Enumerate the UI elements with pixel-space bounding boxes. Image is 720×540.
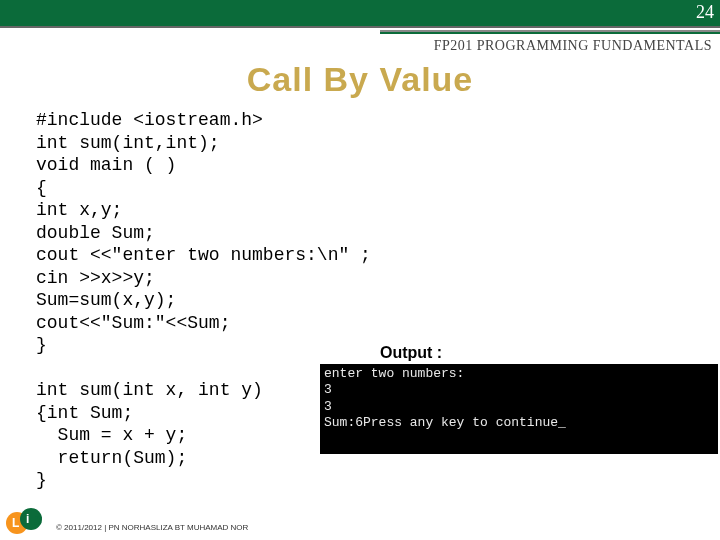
page-number: 24 bbox=[696, 2, 714, 23]
console-output: enter two numbers: 3 3 Sum:6Press any ke… bbox=[320, 364, 718, 454]
course-label: FP201 PROGRAMMING FUNDAMENTALS bbox=[0, 34, 720, 54]
logo: L i S bbox=[6, 508, 52, 536]
output-label: Output : bbox=[380, 344, 442, 362]
slide-header-bar: 24 bbox=[0, 0, 720, 28]
copyright-text: © 2011/2012 | PN NORHASLIZA BT MUHAMAD N… bbox=[56, 523, 248, 532]
slide-title: Call By Value bbox=[0, 60, 720, 99]
